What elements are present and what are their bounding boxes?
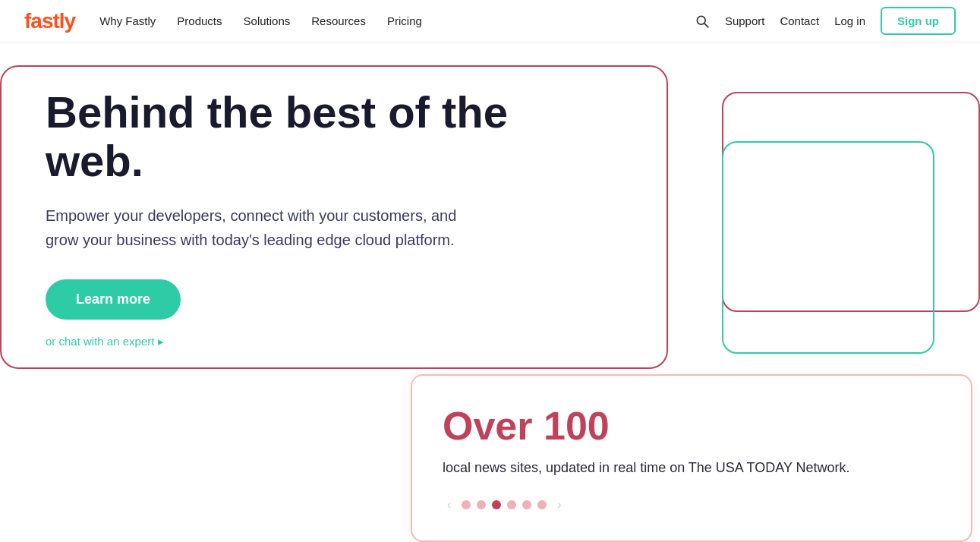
nav-right: Support Contact Log in Sign up: [695, 7, 956, 35]
nav-why-fastly[interactable]: Why Fastly: [99, 14, 156, 27]
carousel-next[interactable]: ›: [553, 496, 566, 513]
nav-products[interactable]: Products: [177, 14, 222, 27]
carousel-dot-3[interactable]: [492, 500, 501, 509]
nav-support[interactable]: Support: [725, 14, 765, 27]
nav-resources[interactable]: Resources: [311, 14, 366, 27]
logo[interactable]: fastly: [24, 9, 75, 33]
stats-number: Over 100: [443, 403, 941, 449]
hero-section: Behind the best of the web. Empower your…: [0, 43, 980, 542]
navigation: fastly Why Fastly Products Solutions Res…: [0, 0, 980, 43]
stats-description: local news sites, updated in real time o…: [443, 458, 868, 478]
hero-title: Behind the best of the web.: [46, 88, 562, 185]
carousel-controls: ‹ ›: [443, 496, 941, 513]
nav-links: Why Fastly Products Solutions Resources …: [99, 14, 695, 27]
svg-point-0: [697, 16, 705, 24]
carousel-dot-2[interactable]: [477, 500, 486, 509]
nav-pricing[interactable]: Pricing: [387, 14, 422, 27]
deco-rounded-rect-right-teal: [722, 141, 934, 354]
stats-card: Over 100 local news sites, updated in re…: [411, 374, 972, 542]
nav-solutions[interactable]: Solutions: [244, 14, 291, 27]
learn-more-button[interactable]: Learn more: [46, 279, 181, 320]
carousel-prev[interactable]: ‹: [443, 496, 455, 513]
hero-content: Behind the best of the web. Empower your…: [46, 88, 562, 348]
chat-expert-link[interactable]: or chat with an expert ▸: [46, 335, 562, 348]
hero-subtitle: Empower your developers, connect with yo…: [46, 203, 486, 252]
nav-contact[interactable]: Contact: [780, 14, 819, 27]
carousel-dot-6[interactable]: [537, 500, 547, 509]
carousel-dot-4[interactable]: [507, 500, 516, 509]
carousel-dot-1[interactable]: [462, 500, 471, 509]
signup-button[interactable]: Sign up: [881, 7, 956, 35]
svg-line-1: [704, 23, 708, 27]
search-icon[interactable]: [695, 14, 710, 29]
nav-login[interactable]: Log in: [834, 14, 865, 27]
carousel-dot-5[interactable]: [522, 500, 531, 509]
